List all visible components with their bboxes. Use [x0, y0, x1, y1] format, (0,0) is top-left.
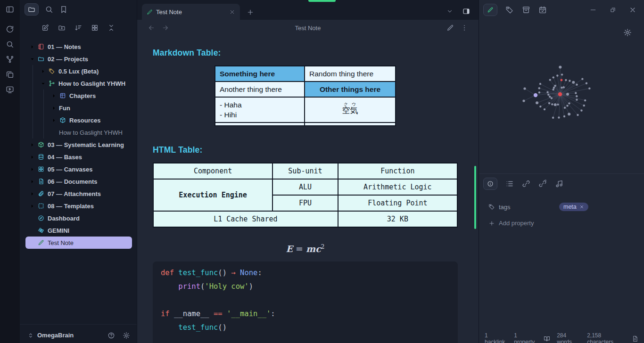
graph-node[interactable] [548, 102, 550, 104]
tree-item[interactable]: Fun [25, 102, 132, 114]
graph-node[interactable] [576, 98, 578, 100]
md-table-cell[interactable]: Other things here [305, 82, 396, 97]
search-icon[interactable] [6, 40, 14, 49]
reading-mode-icon[interactable] [544, 335, 550, 342]
html-table-cell[interactable]: Execution Engine [153, 179, 272, 211]
html-table-cell[interactable]: Arithmetic Logic [338, 179, 457, 195]
md-table-cell[interactable]: Something here [215, 66, 305, 82]
restore-icon[interactable] [610, 7, 616, 13]
graph-node[interactable] [568, 113, 570, 115]
toggle-right-sidebar-icon[interactable] [462, 8, 470, 15]
tree-item[interactable]: Resources [25, 114, 132, 126]
close-window-icon[interactable] [629, 6, 636, 14]
graph-node[interactable] [586, 82, 587, 84]
tab-close-icon[interactable] [229, 9, 235, 15]
html-table-cell[interactable]: Floating Point [338, 195, 457, 211]
graph-node[interactable] [572, 81, 575, 84]
tree-chevron-icon[interactable] [51, 93, 59, 99]
tree-item[interactable]: Dashboard [25, 212, 132, 224]
graph-node[interactable] [566, 93, 569, 96]
edit-toggle-active[interactable] [483, 4, 497, 16]
graph-node[interactable] [583, 105, 585, 106]
tree-item[interactable]: 08 — Templates [25, 200, 132, 212]
html-table-cell[interactable]: Component [153, 163, 272, 179]
md-table-cell[interactable]: Another thing there [215, 82, 305, 97]
minimize-icon[interactable] [589, 6, 597, 14]
calendar-icon[interactable] [538, 6, 547, 14]
math-block[interactable]: E = mc2 [153, 244, 458, 254]
new-tab-icon[interactable] [247, 8, 254, 16]
graph-node[interactable] [546, 91, 548, 93]
tree-item[interactable]: 07 — Attachments [25, 188, 132, 200]
layers-icon[interactable] [6, 70, 14, 79]
tree-item[interactable]: 01 — Notes [25, 41, 132, 53]
change-view-icon[interactable] [91, 24, 99, 32]
html-table-cell[interactable]: 32 KB [338, 211, 457, 227]
tree-item[interactable]: 04 — Bases [25, 151, 132, 163]
md-table-cell[interactable]: 空気クウ [305, 97, 396, 122]
graph-node[interactable] [549, 96, 551, 98]
tree-chevron-icon[interactable] [29, 203, 37, 209]
settings-icon[interactable] [123, 332, 130, 339]
graph-node[interactable] [575, 92, 577, 94]
tree-chevron-icon[interactable] [29, 191, 37, 197]
html-table[interactable]: ComponentSub-unitFunctionExecution Engin… [153, 163, 458, 228]
tree-item[interactable]: How to Gaslight YHWH [25, 126, 132, 139]
tab-test-note[interactable]: Test Note [142, 4, 240, 20]
tree-item[interactable]: Chapters [25, 90, 132, 102]
graph-node[interactable] [556, 74, 558, 76]
md-table-cell[interactable] [215, 122, 305, 126]
graph-node[interactable] [538, 87, 540, 89]
property-value-chip[interactable]: meta [559, 203, 588, 211]
graph-node[interactable] [544, 108, 545, 110]
outgoing-links-tab-icon[interactable] [538, 180, 547, 188]
graph-node[interactable] [568, 102, 570, 104]
property-key[interactable]: tags [488, 204, 559, 211]
html-table-cell[interactable]: ALU [272, 179, 338, 195]
new-note-icon[interactable] [41, 24, 49, 32]
toggle-left-sidebar-icon[interactable] [6, 5, 14, 14]
tree-chevron-icon[interactable] [29, 166, 37, 172]
chip-remove-icon[interactable] [579, 204, 584, 209]
graph-node[interactable] [576, 83, 578, 85]
graph-node[interactable] [553, 76, 554, 78]
new-folder-icon[interactable] [58, 24, 66, 32]
graph-node[interactable] [576, 95, 578, 97]
tree-item[interactable]: 02 — Projects [25, 53, 132, 65]
vault-switcher[interactable]: OmegaBrain [20, 324, 137, 343]
help-icon[interactable] [107, 332, 115, 339]
graph-node[interactable] [565, 79, 567, 81]
graph-node[interactable] [566, 105, 568, 106]
property-count[interactable]: 1 property [514, 332, 537, 343]
md-table-cell[interactable]: - Haha- Hihi [215, 97, 305, 122]
info-tab-active[interactable] [483, 178, 497, 190]
graph-node[interactable] [554, 103, 557, 106]
graph-node[interactable] [539, 83, 541, 85]
markdown-table[interactable]: Something hereRandom thing thereAnother … [215, 65, 396, 126]
graph-node[interactable] [584, 99, 586, 101]
tree-item[interactable]: 05 — Canvases [25, 163, 132, 175]
tree-chevron-icon[interactable] [29, 56, 37, 62]
tree-chevron-icon[interactable] [29, 44, 37, 50]
bookmarks-tab-icon[interactable] [59, 5, 68, 14]
tree-chevron-icon[interactable] [29, 154, 37, 160]
editor-scrollbar[interactable] [474, 166, 476, 229]
graph-node[interactable] [552, 89, 554, 90]
graph-node[interactable] [561, 87, 562, 89]
graph-node[interactable] [551, 103, 553, 105]
editor[interactable]: Markdown Table: Something hereRandom thi… [137, 36, 479, 343]
tree-item[interactable]: 0.5 Lux (Beta) [25, 65, 132, 77]
slides-icon[interactable] [6, 85, 14, 94]
tree-chevron-icon[interactable] [40, 68, 48, 74]
graph-node-highlight[interactable] [534, 93, 537, 97]
graph-node[interactable] [554, 85, 556, 87]
html-table-cell[interactable]: Sub-unit [272, 163, 338, 179]
graph-node[interactable] [536, 101, 538, 104]
music-tab-icon[interactable] [555, 180, 563, 188]
graph-node[interactable] [559, 66, 561, 69]
graph-node-red[interactable] [561, 79, 563, 82]
graph-node[interactable] [552, 117, 554, 119]
backlink-count[interactable]: 1 backlink [485, 332, 507, 343]
tree-item-selected[interactable]: Test Note [25, 237, 132, 249]
graph-node[interactable] [588, 87, 590, 89]
